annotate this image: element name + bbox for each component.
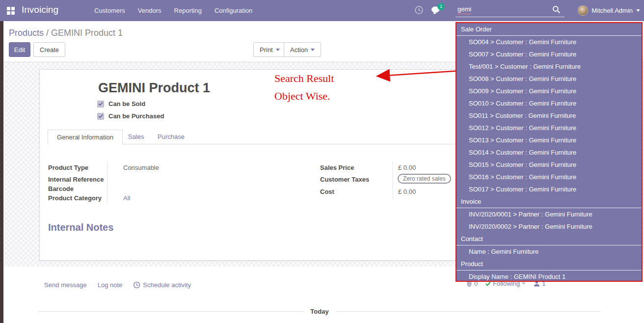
tab-purchase[interactable]: Purchase	[149, 130, 193, 144]
customer-taxes-badge[interactable]: Zero rated sales	[398, 174, 451, 184]
divider-line	[336, 311, 601, 312]
window-left-edge	[0, 21, 3, 323]
field-label-sales-price: Sales Price	[320, 164, 354, 171]
search-result-item[interactable]: INV/2020/0001 > Partner : Gemini Furnitu…	[456, 208, 642, 220]
chevron-down-icon	[311, 49, 315, 51]
search-group-product: Product	[456, 258, 642, 270]
chatter-actions: Send message Log note Schedule activity	[44, 281, 191, 289]
internal-notes-heading: Internal Notes	[48, 222, 113, 233]
field-value-sales-price: £ 0.00	[398, 164, 416, 171]
message-count-badge: 1	[437, 3, 445, 10]
field-label-cost: Cost	[320, 188, 334, 195]
checkbox-label: Can be Sold	[108, 100, 145, 108]
search-result-item[interactable]: SO017 > Customer : Gemini Furniture	[456, 183, 642, 195]
annotation-arrow	[371, 67, 464, 81]
search-results-dropdown: Sale Order SO004 > Customer : Gemini Fur…	[456, 22, 643, 282]
app-window: Invoicing Customers Vendors Reporting Co…	[0, 0, 644, 323]
breadcrumb-products-link[interactable]: Products	[9, 28, 44, 38]
field-group-separator	[393, 161, 393, 199]
search-result-item[interactable]: SO013 > Customer : Gemini Furniture	[456, 134, 642, 146]
messages-icon[interactable]: 1	[431, 5, 443, 16]
search-icon[interactable]	[552, 5, 561, 16]
field-group-separator	[107, 161, 107, 204]
search-result-item[interactable]: SO011 > Customer : Gemini Furniture	[456, 109, 642, 122]
menu-configuration[interactable]: Configuration	[215, 7, 252, 14]
search-result-item[interactable]: Test/001 > Customer : Gemini Furniture	[456, 60, 642, 73]
menu-customers[interactable]: Customers	[94, 7, 125, 14]
search-result-item[interactable]: INV/2020/0002 > Partner : Gemini Furnitu…	[456, 220, 642, 233]
log-note-button[interactable]: Log note	[98, 281, 123, 289]
search-result-item[interactable]: SO015 > Customer : Gemini Furniture	[456, 159, 642, 171]
create-button[interactable]: Create	[33, 42, 65, 57]
search-group-contact: Contact	[456, 233, 642, 245]
can-be-sold-option[interactable]: Can be Sold	[97, 100, 145, 108]
field-value-cost: £ 0.00	[398, 188, 416, 195]
breadcrumb-current: GEMINI Product 1	[51, 28, 123, 38]
search-result-item[interactable]: SO014 > Customer : Gemini Furniture	[456, 146, 642, 159]
checkbox-checked-icon[interactable]	[97, 101, 104, 108]
search-result-item[interactable]: SO012 > Customer : Gemini Furniture	[456, 122, 642, 134]
can-be-purchased-option[interactable]: Can be Purchased	[97, 112, 164, 120]
field-label-internal-reference: Internal Reference	[48, 176, 104, 183]
search-result-item[interactable]: Display Name : GEMINI Product 1	[456, 270, 642, 282]
breadcrumb: Products / GEMINI Product 1	[9, 28, 123, 38]
field-label-customer-taxes: Customer Taxes	[320, 176, 369, 183]
menu-vendors[interactable]: Vendors	[138, 7, 161, 14]
apps-menu-icon[interactable]	[6, 6, 16, 16]
search-result-item[interactable]: SO007 > Customer : Gemini Furniture	[456, 48, 642, 60]
divider-label: Today	[310, 308, 328, 315]
chevron-down-icon	[522, 282, 526, 285]
field-label-product-category: Product Category	[48, 194, 102, 202]
search-result-item[interactable]: Name : Gemini Furniture	[456, 245, 642, 258]
user-avatar	[578, 5, 588, 16]
product-title: GEMINI Product 1	[98, 81, 210, 96]
print-dropdown-button[interactable]: Print	[253, 42, 286, 57]
app-title[interactable]: Invoicing	[22, 4, 58, 15]
annotation-text-line2: Object Wise.	[274, 90, 330, 103]
divider-line	[38, 311, 303, 312]
checkbox-label: Can be Purchased	[108, 112, 164, 120]
global-search-input[interactable]: gemi	[456, 3, 564, 17]
search-result-item[interactable]: SO004 > Customer : Gemini Furniture	[456, 36, 642, 48]
annotation-text-line1: Search Result	[274, 72, 334, 85]
search-result-item[interactable]: SO009 > Customer : Gemini Furniture	[456, 85, 642, 97]
user-menu[interactable]: Mitchell Admin	[578, 0, 640, 21]
search-result-item[interactable]: SO008 > Customer : Gemini Furniture	[456, 73, 642, 85]
field-label-barcode: Barcode	[48, 185, 74, 192]
search-group-sale-order: Sale Order	[456, 23, 642, 36]
schedule-activity-button[interactable]: Schedule activity	[133, 281, 191, 289]
field-label-product-type: Product Type	[48, 164, 88, 171]
top-navbar: Invoicing Customers Vendors Reporting Co…	[0, 0, 644, 21]
field-value-product-category-link[interactable]: All	[123, 194, 130, 202]
user-name: Mitchell Admin	[591, 7, 633, 14]
edit-button[interactable]: Edit	[9, 42, 30, 57]
breadcrumb-separator: /	[44, 28, 51, 38]
menu-reporting[interactable]: Reporting	[174, 7, 202, 14]
field-value-product-type: Consumable	[123, 164, 159, 171]
clock-icon	[133, 281, 140, 289]
check-icon	[485, 281, 491, 286]
checkbox-checked-icon[interactable]	[97, 113, 104, 120]
chevron-down-icon	[636, 9, 640, 12]
tab-general-information[interactable]: General Information	[48, 130, 123, 145]
date-divider: Today	[38, 308, 601, 315]
activities-clock-icon[interactable]	[414, 5, 426, 16]
chevron-down-icon	[276, 49, 280, 51]
send-message-button[interactable]: Send message	[44, 281, 87, 289]
main-menu: Customers Vendors Reporting Configuratio…	[94, 0, 252, 21]
search-result-item[interactable]: SO010 > Customer : Gemini Furniture	[456, 97, 642, 109]
search-query-text: gemi	[457, 5, 471, 13]
search-group-invoice: Invoice	[456, 195, 642, 208]
search-result-item[interactable]: SO016 > Customer : Gemini Furniture	[456, 171, 642, 183]
action-dropdown-button[interactable]: Action	[284, 42, 321, 57]
tab-sales[interactable]: Sales	[119, 130, 153, 144]
